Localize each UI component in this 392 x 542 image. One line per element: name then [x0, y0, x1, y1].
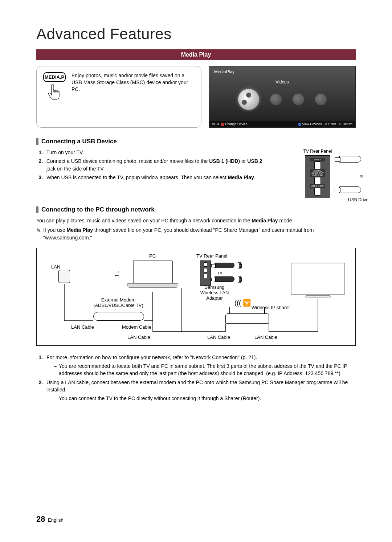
enter-label: Enter [328, 122, 336, 126]
usb-drive-label: USB Drive [348, 197, 368, 202]
page-title: Advanced Features [36, 25, 356, 43]
network-intro: You can play pictures, music and videos … [36, 217, 356, 224]
tv-thumb-icon [270, 94, 282, 105]
mediap-button-label: MEDIA.P [43, 72, 66, 82]
section-heading-network: Connecting to the PC through network [36, 206, 356, 213]
sum-label: SUM [212, 122, 219, 126]
mediap-remote-icon: MEDIA.P [43, 72, 66, 113]
tv-thumb-icon [315, 94, 327, 105]
tv-thumb-icon [293, 94, 304, 105]
change-device-label: Change Device [225, 122, 248, 126]
step-2: Connect a USB device containing photo, m… [44, 157, 269, 172]
usb-steps: Turn on your TV. Connect a USB device co… [36, 149, 269, 182]
page-number: 28 [36, 514, 45, 523]
net-step-1: For more information on how to configure… [44, 354, 356, 377]
rear-panel-icon: USB 2 DIGITAL AUDIO OUT (OPTICAL) USB 1 … [305, 155, 330, 198]
usb1-port-label: USB 1 (HDD) [310, 184, 325, 188]
port-icon [314, 161, 321, 169]
mediap-description: Enjoy photos, music and/or movie files s… [72, 72, 195, 113]
network-steps: For more information on how to configure… [36, 354, 356, 402]
usb2-port-label: USB 2 [310, 158, 325, 161]
audio-port-label: DIGITAL AUDIO OUT (OPTICAL) [310, 169, 325, 177]
view-devices-label: View Devices [302, 122, 322, 126]
usb-drive-icon [339, 156, 361, 163]
port-icon [314, 188, 321, 196]
section-heading-text: Connecting to the PC through network [41, 206, 155, 213]
return-label: Return [343, 122, 352, 126]
tv-app-name: MediaPlay [209, 66, 355, 74]
or-label: or [360, 173, 364, 178]
network-note: ✎ If you use Media Play through saved fi… [36, 226, 356, 241]
page-language: English [48, 517, 64, 523]
section-bar: Media Play [36, 49, 356, 60]
rear-panel-label: TV Rear Panel [279, 149, 356, 154]
port-icon [314, 177, 321, 185]
film-reel-icon [238, 89, 259, 110]
page-footer: 28 English [36, 514, 64, 524]
step-3: When USB is connected to the TV, popup w… [44, 174, 269, 181]
network-diagram: PC TV Rear Panel LAN External Modem (ADS… [36, 248, 356, 346]
tv-footer-right: View Devices ⏎ Enter ↩ Return [298, 122, 352, 126]
cable-lines [37, 248, 355, 345]
red-button-icon [221, 122, 225, 126]
net-step-1-sub: You are recommended to locate both TV an… [54, 362, 356, 377]
section-heading-text: Connecting a USB Device [41, 138, 117, 145]
tv-category: Videos [209, 79, 355, 85]
net-step-2-sub: You can connect the TV to the PC directl… [54, 395, 356, 402]
net-step-2: Using a LAN cable, connect between the e… [44, 379, 356, 402]
section-heading-usb: Connecting a USB Device [36, 138, 356, 145]
tv-footer-left: SUM Change Device [212, 122, 248, 126]
step-1: Turn on your TV. [44, 149, 269, 156]
usb-drive-icon [339, 186, 361, 193]
media-play-callout: MEDIA.P Enjoy photos, music and/or movie… [36, 66, 201, 128]
usb-diagram: TV Rear Panel USB 2 DIGITAL AUDIO OUT (O… [279, 149, 356, 198]
hand-icon [43, 84, 66, 102]
tv-screenshot: MediaPlay Videos SUM Change Device View … [209, 66, 356, 128]
note-icon: ✎ [36, 226, 41, 241]
blue-button-icon [298, 122, 302, 126]
